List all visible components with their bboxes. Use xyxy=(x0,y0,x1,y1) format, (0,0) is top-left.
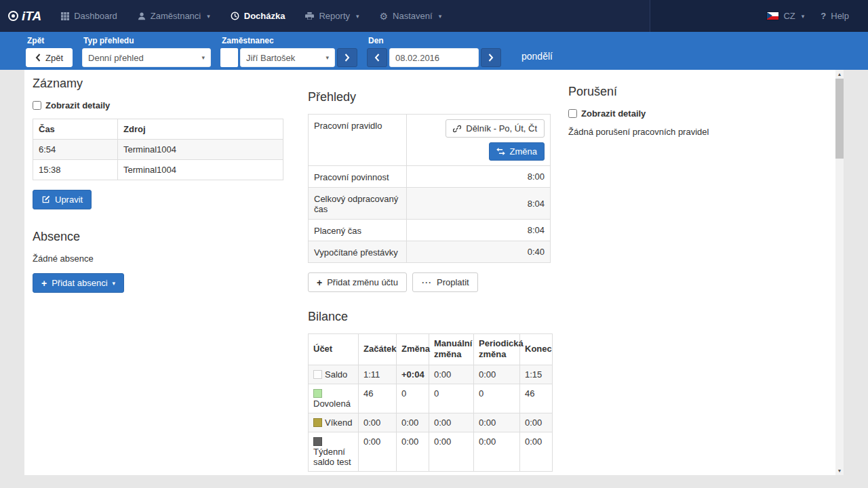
brand-logo[interactable]: iTA xyxy=(0,0,51,32)
chevron-down-icon: ▾ xyxy=(201,54,205,61)
next-employee-button[interactable] xyxy=(337,48,357,67)
records-show-details[interactable]: Zobrazit detaily xyxy=(33,100,283,110)
overview-row: Pracovní povinnost 8:00 xyxy=(309,166,551,188)
edit-pencil-icon xyxy=(41,195,50,204)
exchange-arrows-icon xyxy=(496,148,505,155)
nav-item-label: Nastavení xyxy=(393,11,433,21)
nav-item-dochazka[interactable]: Docházka xyxy=(220,0,296,32)
balance-row-saldo: Saldo 1:11 +0:04 0:00 0:00 1:15 xyxy=(309,365,553,384)
chevron-down-icon: ▾ xyxy=(207,13,210,20)
balance-title: Bilance xyxy=(308,310,552,324)
top-navbar: iTA Dashboard Zaměstnanci ▾ Docházka Rep… xyxy=(0,0,868,32)
nav-item-label: Zaměstnanci xyxy=(151,11,201,21)
balance-row-vikend: Víkend 0:00 0:00 0:00 0:00 0:00 xyxy=(309,413,553,432)
help-menu[interactable]: ? Help xyxy=(812,11,857,21)
overview-row-rule: Pracovní pravidlo Dělník - Po, Út, Čt xyxy=(309,115,551,166)
absence-empty-text: Žádné absence xyxy=(33,253,283,264)
back-group: Zpět Zpět xyxy=(26,36,73,67)
user-icon xyxy=(138,12,146,20)
employee-avatar-placeholder xyxy=(220,48,238,67)
brand-icon xyxy=(8,11,18,21)
edit-records-button[interactable]: Upravit xyxy=(33,190,92,209)
chevron-right-icon xyxy=(488,54,494,62)
chevron-down-icon: ▾ xyxy=(113,280,116,287)
date-input[interactable] xyxy=(389,48,479,67)
question-icon: ? xyxy=(821,11,826,21)
add-absence-button[interactable]: + Přidat absenci ▾ xyxy=(33,273,124,293)
next-day-button[interactable] xyxy=(481,48,501,67)
work-rule-button[interactable]: Dělník - Po, Út, Čt xyxy=(446,119,545,138)
clock-icon xyxy=(231,12,239,20)
nav-item-label: Docházka xyxy=(244,11,285,21)
add-account-change-button[interactable]: + Přidat změnu účtu xyxy=(308,272,407,292)
violations-empty-text: Žádná porušení pracovních pravidel xyxy=(568,127,827,137)
balance-row-dovolena: Dovolená 46 0 0 0 46 xyxy=(309,384,553,413)
language-label: CZ xyxy=(783,11,795,21)
violations-show-details-checkbox[interactable] xyxy=(568,109,577,118)
violations-show-details[interactable]: Zobrazit detaily xyxy=(568,108,827,119)
help-label: Help xyxy=(831,11,849,21)
dashboard-grid-icon xyxy=(61,12,69,20)
main-content: Záznamy Zobrazit detaily Čas Zdroj 6:54 … xyxy=(24,70,835,475)
chevron-left-icon xyxy=(35,54,41,62)
language-menu[interactable]: CZ ▾ xyxy=(759,11,812,21)
account-color-swatch xyxy=(313,418,322,427)
records-col-cas: Čas xyxy=(33,119,118,140)
link-icon xyxy=(453,125,461,133)
previous-day-button[interactable] xyxy=(367,48,387,67)
overview-title: Přehledy xyxy=(308,90,552,104)
records-show-details-checkbox[interactable] xyxy=(33,101,41,110)
ellipsis-icon: ⋯ xyxy=(421,280,432,285)
records-table: Čas Zdroj 6:54 Terminal1004 15:38 Termin… xyxy=(33,119,283,180)
employee-select[interactable]: Jiří Bartošek ▾ xyxy=(240,48,335,67)
printer-icon xyxy=(305,12,314,20)
scrollbar-thumb[interactable] xyxy=(835,79,844,159)
chevron-down-icon: ▾ xyxy=(356,13,359,20)
nav-item-label: Reporty xyxy=(319,11,350,21)
back-button[interactable]: Zpět xyxy=(26,48,73,67)
change-rule-button[interactable]: Změna xyxy=(489,142,545,161)
plus-icon: + xyxy=(41,280,47,287)
scroll-down-arrow[interactable]: ▼ xyxy=(835,466,844,475)
record-row: 6:54 Terminal1004 xyxy=(33,140,283,160)
chevron-down-icon: ▾ xyxy=(802,13,805,20)
scrollbar-track[interactable] xyxy=(835,159,844,466)
scroll-up-arrow[interactable]: ▲ xyxy=(835,70,844,79)
plus-icon: + xyxy=(317,279,322,286)
czech-flag-icon xyxy=(767,12,778,20)
balance-row-tydenni-saldo-test: Týdenní saldo test 0:00 0:00 0:00 0:00 0… xyxy=(309,432,553,471)
view-type-select[interactable]: Denní přehled ▾ xyxy=(82,48,211,67)
balance-table: Účet Začátek Změna Manuální změna Period… xyxy=(308,333,553,472)
payout-button[interactable]: ⋯ Proplatit xyxy=(412,272,478,292)
overview-table: Pracovní pravidlo Dělník - Po, Út, Čt xyxy=(308,114,551,263)
record-row: 15:38 Terminal1004 xyxy=(33,160,283,180)
nav-item-nastaveni[interactable]: ⚙ Nastavení ▾ xyxy=(370,0,452,32)
nav-item-zamestnanci[interactable]: Zaměstnanci ▾ xyxy=(127,0,220,32)
gear-icon: ⚙ xyxy=(380,12,389,20)
overview-row: Celkový odpracovaný čas 8:04 xyxy=(309,188,551,220)
overview-column: Přehledy Pracovní pravidlo Dělník - Po xyxy=(308,73,552,475)
account-color-swatch xyxy=(313,370,322,379)
nav-item-dashboard[interactable]: Dashboard xyxy=(51,0,127,32)
records-col-zdroj: Zdroj xyxy=(118,119,283,140)
chevron-left-icon xyxy=(374,54,380,62)
nav-item-label: Dashboard xyxy=(74,11,117,21)
navbar-spacer xyxy=(452,0,650,32)
chevron-right-icon xyxy=(344,54,350,62)
content-outer: Záznamy Zobrazit detaily Čas Zdroj 6:54 … xyxy=(24,70,844,475)
chevron-down-icon: ▾ xyxy=(326,54,329,61)
filter-bar: Zpět Zpět Typ přehledu Denní přehled ▾ Z… xyxy=(0,32,868,70)
day-label: Den xyxy=(368,36,501,45)
brand-text: iTA xyxy=(22,9,41,24)
records-column: Záznamy Zobrazit detaily Čas Zdroj 6:54 … xyxy=(33,73,283,475)
overview-actions: + Přidat změnu účtu ⋯ Proplatit xyxy=(308,272,552,292)
employee-label: Zaměstnanec xyxy=(222,36,357,45)
account-color-swatch xyxy=(313,437,322,446)
account-color-swatch xyxy=(313,389,322,398)
overview-row: Vypočítané přestávky 0:40 xyxy=(309,241,551,263)
vertical-scrollbar[interactable]: ▲ ▼ xyxy=(835,70,844,475)
navbar-right-section: CZ ▾ ? Help xyxy=(650,0,868,32)
chevron-down-icon: ▾ xyxy=(439,13,442,20)
violations-title: Porušení xyxy=(568,85,827,99)
nav-item-reporty[interactable]: Reporty ▾ xyxy=(295,0,369,32)
